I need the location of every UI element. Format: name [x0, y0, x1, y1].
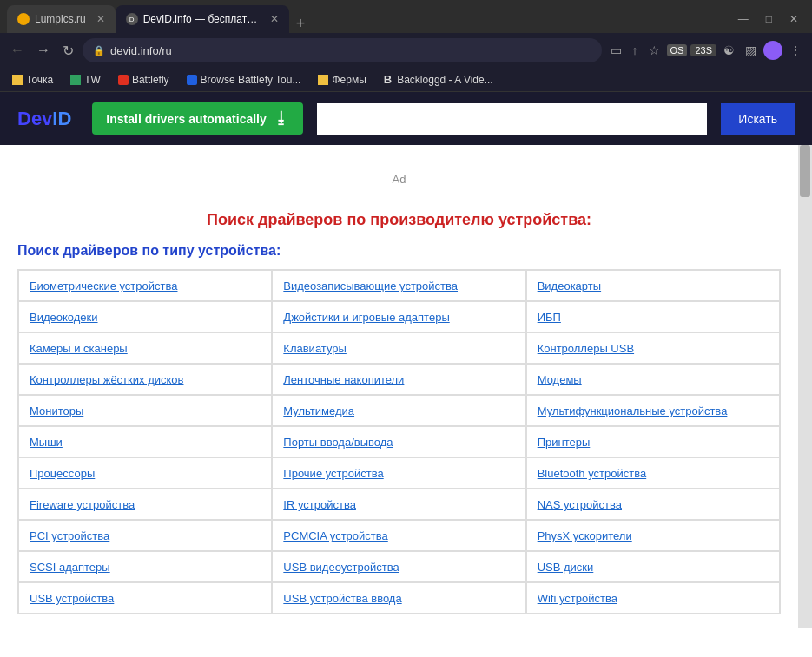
tab-close-lumpics[interactable]: ✕ [96, 13, 105, 25]
category-cell: Контроллеры жёстких дисков [18, 364, 272, 395]
bookmark-icon-browse [187, 75, 197, 85]
close-button[interactable]: ✕ [782, 11, 805, 27]
bookmark-label-browse: Browse Battlefy Tou... [201, 74, 301, 86]
category-link[interactable]: Камеры и сканеры [30, 342, 128, 355]
category-cell: Мультимедиа [272, 395, 525, 426]
puzzle-icon[interactable]: ▨ [742, 42, 760, 59]
tab-label-devid: DevID.info — бесплатная сис... [143, 13, 260, 25]
category-cell: Процессоры [18, 457, 272, 489]
category-cell: Порты ввода/вывода [272, 426, 525, 457]
category-link[interactable]: USB устройства ввода [283, 592, 401, 605]
browser-frame: Lumpics.ru ✕ D DevID.info — бесплатная с… [0, 0, 812, 657]
category-link[interactable]: Bluetooth устройства [538, 467, 647, 480]
forward-button[interactable]: → [33, 41, 54, 60]
extensions-icon[interactable]: ☯ [720, 42, 738, 59]
bookmark-label-tochka: Точка [26, 74, 53, 86]
bookmark-label-backloggd: Backloggd - A Vide... [397, 74, 493, 86]
bookmark-backloggd[interactable]: B Backloggd - A Vide... [379, 71, 498, 88]
category-link[interactable]: Wifi устройства [538, 592, 617, 605]
category-cell: Ленточные накопители [272, 364, 525, 395]
category-cell: USB устройства ввода [272, 582, 525, 614]
search-button-label: Искать [738, 112, 777, 126]
category-link[interactable]: PhysX ускорители [538, 529, 632, 542]
bookmark-icon-tw [70, 75, 81, 85]
category-link[interactable]: Джойстики и игровые адаптеры [283, 311, 449, 324]
category-link[interactable]: Контроллеры жёстких дисков [30, 373, 183, 386]
category-link[interactable]: Мониторы [30, 404, 83, 417]
category-link[interactable]: Fireware устройства [30, 498, 135, 511]
category-link[interactable]: IR устройства [283, 498, 356, 511]
scrollbar-track[interactable] [798, 145, 812, 628]
address-actions: ▭ ↑ ☆ OS 23S ☯ ▨ ⋮ [607, 41, 805, 60]
category-link[interactable]: Клавиатуры [283, 342, 347, 355]
bookmarks-bar: Точка TW Battlefly Browse Battlefy Tou..… [0, 68, 812, 92]
category-link[interactable]: USB устройства [30, 592, 114, 605]
category-link[interactable]: Мультифункциональные устройства [538, 404, 728, 417]
install-drivers-button[interactable]: Install drivers automatically ⭳ [92, 102, 302, 135]
category-link[interactable]: Модемы [538, 373, 582, 386]
back-button[interactable]: ← [7, 41, 28, 60]
menu-icon[interactable]: ⋮ [786, 42, 805, 59]
bookmark-icon-battlefly [118, 75, 129, 85]
category-link[interactable]: ИБП [538, 311, 561, 324]
tab-close-devid[interactable]: ✕ [270, 13, 279, 25]
category-cell: Клавиатуры [272, 332, 525, 364]
category-link[interactable]: Прочие устройства [283, 467, 383, 480]
tab-lumpics[interactable]: Lumpics.ru ✕ [7, 5, 116, 33]
maximize-button[interactable]: □ [759, 11, 779, 27]
categories-grid: Биометрические устройстваВидеозаписывающ… [17, 269, 781, 614]
category-cell: Wifi устройства [526, 582, 780, 614]
search-button[interactable]: Искать [721, 103, 795, 135]
reload-button[interactable]: ↻ [59, 41, 77, 61]
bookmark-fermy[interactable]: Фермы [313, 72, 371, 88]
tab-favicon-lumpics [17, 13, 30, 25]
minimize-button[interactable]: — [731, 11, 756, 27]
category-link[interactable]: Процессоры [30, 467, 95, 480]
category-link[interactable]: Мыши [30, 436, 63, 449]
bookmark-star-icon[interactable]: ☆ [645, 42, 663, 59]
bookmark-browse-battlefy[interactable]: Browse Battlefy Tou... [182, 72, 307, 88]
tab-favicon-devid: D [126, 13, 138, 25]
scrollbar-thumb[interactable] [800, 145, 810, 197]
category-link[interactable]: Видеозаписывающие устройства [283, 279, 458, 292]
bookmark-label-battlefly: Battlefly [132, 74, 169, 86]
category-link[interactable]: Биометрические устройства [30, 279, 177, 292]
bookmark-tochka[interactable]: Точка [7, 72, 58, 88]
share-icon[interactable]: ↑ [629, 42, 642, 59]
category-link[interactable]: Порты ввода/вывода [283, 436, 393, 449]
category-link[interactable]: PCI устройства [30, 529, 109, 542]
search-input[interactable] [317, 103, 708, 135]
os-icon[interactable]: OS [667, 44, 688, 56]
tab-devid[interactable]: D DevID.info — бесплатная сис... ✕ [116, 5, 289, 33]
category-cell: Мониторы [18, 395, 272, 426]
bookmark-label-fermy: Фермы [332, 74, 366, 86]
manufacturer-heading: Поиск драйверов по производителю устройс… [17, 211, 781, 229]
content-with-scroll: Ad Поиск драйверов по производителю устр… [0, 145, 812, 628]
profile-avatar[interactable] [763, 41, 782, 60]
site-logo: DevID [17, 108, 71, 130]
category-cell: PCI устройства [18, 520, 272, 551]
category-link[interactable]: NAS устройства [538, 498, 622, 511]
category-cell: Bluetooth устройства [526, 457, 780, 489]
category-link[interactable]: USB диски [538, 561, 594, 574]
bookmark-label-tw: TW [84, 74, 101, 86]
bookmark-tw[interactable]: TW [65, 72, 106, 88]
category-link[interactable]: Контроллеры USB [538, 342, 634, 355]
category-cell: Мультифункциональные устройства [526, 395, 780, 426]
category-link[interactable]: Принтеры [538, 436, 591, 449]
category-link[interactable]: Видеокарты [538, 279, 601, 292]
address-input[interactable]: 🔒 devid.info/ru [83, 38, 602, 62]
bookmark-battlefly[interactable]: Battlefly [113, 72, 175, 88]
category-link[interactable]: Мультимедиа [283, 404, 354, 417]
category-link[interactable]: Ленточные накопители [283, 373, 404, 386]
category-cell: USB диски [526, 551, 780, 582]
category-link[interactable]: USB видеоустройства [283, 561, 399, 574]
category-cell: PCMCIA устройства [272, 520, 525, 551]
category-cell: IR устройства [272, 489, 525, 520]
category-cell: USB устройства [18, 582, 272, 614]
category-link[interactable]: PCMCIA устройства [283, 529, 387, 542]
cast-icon[interactable]: ▭ [607, 42, 625, 59]
new-tab-button[interactable]: + [289, 15, 313, 33]
category-link[interactable]: Видеокодеки [30, 311, 98, 324]
category-link[interactable]: SCSI адаптеры [30, 561, 110, 574]
